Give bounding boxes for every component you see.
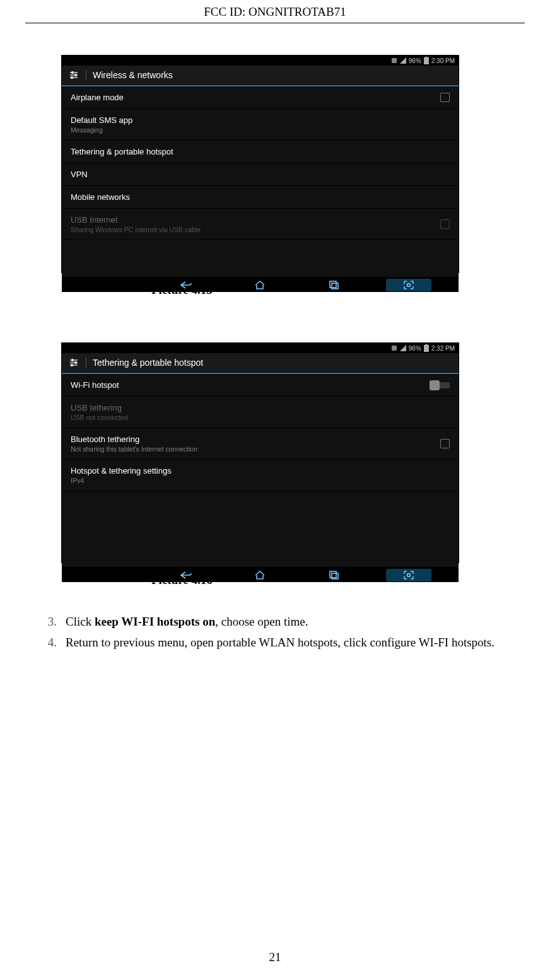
back-button[interactable] (179, 281, 193, 289)
signal-icon (400, 57, 406, 64)
text-prefix: Click (66, 615, 95, 628)
text-bold: keep WI-FI hotspots on (95, 615, 215, 628)
svg-point-9 (71, 77, 73, 79)
sliders-icon[interactable] (68, 69, 79, 81)
instruction-step-3: 3. Click keep WI-FI hotspots on, choose … (42, 612, 518, 631)
row-hotspot-settings[interactable]: Hotspot & tethering settings IPv4 (62, 460, 459, 491)
row-title: Bluetooth tethering (71, 435, 440, 444)
svg-point-25 (407, 573, 411, 576)
checkbox-icon[interactable] (440, 93, 450, 102)
row-vpn[interactable]: VPN (62, 163, 459, 186)
navigation-bar (62, 277, 459, 292)
row-title: USB Internet (71, 215, 440, 225)
row-subtitle: IPv4 (71, 477, 450, 484)
svg-rect-23 (330, 571, 336, 578)
toggle-switch[interactable] (430, 381, 450, 390)
instruction-step-4: 4. Return to previous menu, open portabl… (42, 633, 518, 651)
battery-icon (424, 57, 429, 64)
row-subtitle: Not sharing this tablet's Internet conne… (71, 445, 440, 453)
home-button[interactable] (254, 571, 266, 580)
signal-icon (400, 345, 406, 351)
svg-marker-1 (400, 57, 406, 64)
page-header: FCC ID: ONGNITROTAB71 (25, 0, 525, 23)
step-body: Click keep WI-FI hotspots on, choose ope… (66, 612, 308, 631)
svg-point-12 (407, 283, 411, 286)
page-number: 21 (269, 950, 281, 964)
svg-rect-0 (392, 58, 397, 63)
clock-time: 2:32 PM (431, 345, 455, 352)
step-number: 4. (42, 633, 57, 651)
text-suffix: , choose open time. (215, 615, 308, 628)
row-subtitle: USB not connected (71, 414, 450, 421)
row-title: Default SMS app (71, 115, 450, 125)
row-airplane-mode[interactable]: Airplane mode (62, 85, 459, 109)
settings-list: Wi-Fi hotspot USB tethering USB not conn… (62, 373, 459, 491)
checkbox-icon[interactable] (440, 439, 450, 448)
home-button[interactable] (254, 281, 266, 289)
empty-area (62, 491, 459, 567)
fcc-id-text: FCC ID: ONGNITROTAB71 (204, 5, 346, 18)
row-subtitle: Messaging (71, 126, 450, 134)
battery-percentage: 96% (409, 57, 421, 64)
svg-rect-10 (330, 281, 336, 288)
status-bar: 96% 2:30 PM (62, 55, 459, 66)
row-default-sms[interactable]: Default SMS app Messaging (62, 109, 459, 141)
row-title: Wi-Fi hotspot (71, 380, 430, 390)
svg-rect-15 (424, 345, 429, 352)
screenshot-button[interactable] (386, 279, 431, 291)
row-bluetooth-tethering[interactable]: Bluetooth tethering Not sharing this tab… (62, 428, 459, 460)
screenshot-wireless-networks: 96% 2:30 PM Wireless & networks Airplane… (61, 55, 459, 273)
svg-point-8 (75, 74, 77, 76)
page-footer: 21 (0, 950, 550, 964)
row-usb-internet: USB Internet Sharing Windows PC internet… (62, 209, 459, 240)
battery-percentage: 96% (409, 345, 421, 352)
empty-area (62, 240, 459, 277)
recent-apps-button[interactable] (329, 281, 339, 289)
screenshot-button[interactable] (386, 569, 431, 581)
title-bar: Tethering & portable hotspot (62, 353, 459, 373)
svg-point-7 (72, 72, 74, 74)
row-title: USB tethering (71, 403, 450, 412)
back-button[interactable] (179, 571, 193, 580)
svg-rect-13 (392, 346, 397, 351)
svg-point-22 (71, 365, 73, 366)
instruction-list: 3. Click keep WI-FI hotspots on, choose … (32, 612, 518, 652)
svg-rect-16 (425, 344, 428, 345)
settings-list: Airplane mode Default SMS app Messaging … (62, 85, 459, 240)
page-content: 96% 2:30 PM Wireless & networks Airplane… (0, 23, 550, 652)
screen-title: Tethering & portable hotspot (93, 358, 203, 368)
svg-point-21 (75, 362, 77, 364)
separator (86, 358, 86, 368)
recent-apps-button[interactable] (329, 571, 339, 580)
sim-icon (391, 345, 397, 351)
battery-icon (424, 344, 429, 352)
row-tethering[interactable]: Tethering & portable hotspot (62, 141, 459, 163)
row-title: Hotspot & tethering settings (71, 466, 450, 475)
screen-title: Wireless & networks (93, 70, 173, 80)
checkbox-icon (440, 219, 450, 229)
navigation-bar (62, 567, 459, 582)
screenshot-tethering: 96% 2:32 PM Tethering & portable hotspot… (61, 342, 459, 563)
row-title: Airplane mode (71, 93, 440, 102)
step-number: 3. (42, 612, 57, 631)
svg-point-20 (72, 359, 74, 361)
step-body: Return to previous menu, open portable W… (66, 633, 494, 651)
row-title: Mobile networks (71, 192, 450, 202)
clock-time: 2:30 PM (431, 57, 455, 64)
row-title: VPN (71, 170, 450, 179)
row-subtitle: Sharing Windows PC internet via USB cabl… (71, 226, 440, 233)
title-bar: Wireless & networks (62, 66, 459, 85)
svg-marker-14 (400, 345, 406, 351)
row-wifi-hotspot[interactable]: Wi-Fi hotspot (62, 373, 459, 397)
row-mobile-networks[interactable]: Mobile networks (62, 186, 459, 209)
svg-rect-2 (424, 57, 429, 64)
row-title: Tethering & portable hotspot (71, 147, 450, 156)
status-bar: 96% 2:32 PM (62, 343, 459, 353)
separator (86, 70, 86, 80)
row-usb-tethering: USB tethering USB not connected (62, 397, 459, 428)
svg-rect-3 (425, 57, 428, 57)
sliders-icon[interactable] (68, 357, 79, 368)
sim-icon (391, 57, 397, 64)
